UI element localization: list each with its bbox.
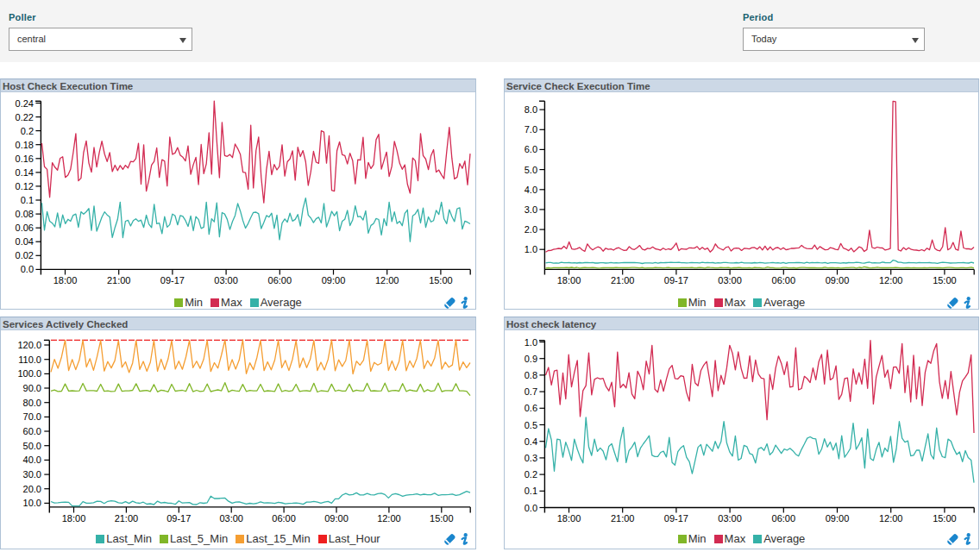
svg-text:0.4: 0.4	[525, 436, 537, 447]
svg-text:0.3: 0.3	[525, 453, 537, 463]
svg-text:21:00: 21:00	[611, 513, 635, 524]
svg-text:0.08: 0.08	[16, 209, 34, 219]
svg-text:0.06: 0.06	[16, 223, 34, 233]
svg-text:09-17: 09-17	[166, 513, 191, 524]
svg-text:0.18: 0.18	[16, 140, 34, 150]
svg-text:06:00: 06:00	[772, 275, 796, 285]
svg-text:0.14: 0.14	[16, 167, 34, 178]
svg-text:40.0: 40.0	[23, 455, 41, 465]
svg-text:09:00: 09:00	[322, 275, 346, 285]
svg-text:09:00: 09:00	[826, 513, 850, 524]
svg-text:0.6: 0.6	[525, 403, 537, 413]
svg-text:18:00: 18:00	[557, 513, 581, 524]
svg-text:21:00: 21:00	[107, 275, 131, 285]
svg-text:1.0: 1.0	[525, 244, 537, 254]
svg-text:0.2: 0.2	[525, 469, 537, 480]
svg-text:10.0: 10.0	[23, 498, 41, 508]
svg-text:7.0: 7.0	[525, 124, 537, 135]
svg-text:3.0: 3.0	[525, 204, 537, 215]
svg-text:0.16: 0.16	[16, 154, 34, 164]
svg-text:0.0: 0.0	[525, 503, 537, 513]
svg-text:09-17: 09-17	[160, 275, 185, 285]
svg-text:70.0: 70.0	[23, 411, 41, 422]
svg-text:09:00: 09:00	[826, 275, 850, 285]
svg-text:09-17: 09-17	[664, 513, 688, 524]
svg-text:12:00: 12:00	[377, 513, 401, 524]
svg-text:0.1: 0.1	[21, 195, 34, 205]
svg-text:18:00: 18:00	[62, 513, 86, 524]
svg-text:0.7: 0.7	[525, 386, 537, 397]
svg-text:100.0: 100.0	[17, 368, 41, 379]
svg-text:09:00: 09:00	[324, 513, 349, 524]
svg-text:06:00: 06:00	[772, 513, 796, 524]
svg-text:03:00: 03:00	[718, 513, 742, 524]
svg-text:1.0: 1.0	[525, 337, 537, 348]
svg-text:110.0: 110.0	[18, 354, 41, 365]
svg-text:18:00: 18:00	[557, 275, 581, 285]
svg-text:15:00: 15:00	[430, 513, 454, 524]
svg-text:50.0: 50.0	[23, 441, 41, 451]
svg-text:0.02: 0.02	[16, 250, 34, 260]
svg-text:120.0: 120.0	[17, 340, 41, 350]
svg-text:18:00: 18:00	[53, 275, 78, 285]
svg-text:06:00: 06:00	[268, 275, 292, 285]
svg-text:90.0: 90.0	[23, 383, 41, 393]
svg-text:6.0: 6.0	[525, 144, 537, 154]
svg-text:0.22: 0.22	[16, 112, 34, 122]
svg-text:21:00: 21:00	[115, 513, 139, 524]
svg-text:03:00: 03:00	[214, 275, 238, 285]
svg-text:03:00: 03:00	[718, 275, 742, 285]
svg-text:4.0: 4.0	[525, 185, 537, 195]
svg-text:06:00: 06:00	[272, 513, 296, 524]
svg-text:15:00: 15:00	[429, 275, 453, 285]
svg-text:20.0: 20.0	[23, 484, 41, 494]
svg-text:0.8: 0.8	[525, 370, 537, 380]
svg-text:03:00: 03:00	[219, 513, 243, 524]
svg-text:5.0: 5.0	[525, 165, 537, 175]
svg-text:0.24: 0.24	[16, 98, 34, 109]
svg-text:0.0: 0.0	[21, 264, 34, 274]
svg-text:12:00: 12:00	[375, 275, 399, 285]
svg-text:80.0: 80.0	[23, 398, 41, 408]
svg-text:12:00: 12:00	[879, 513, 903, 524]
svg-text:21:00: 21:00	[611, 275, 635, 285]
svg-text:15:00: 15:00	[933, 275, 957, 285]
svg-text:8.0: 8.0	[525, 104, 537, 115]
svg-text:0.04: 0.04	[16, 236, 34, 247]
svg-text:30.0: 30.0	[23, 469, 41, 480]
svg-text:2.0: 2.0	[525, 224, 537, 235]
svg-text:0.9: 0.9	[525, 354, 537, 364]
svg-text:12:00: 12:00	[879, 275, 903, 285]
svg-text:09-17: 09-17	[664, 275, 688, 285]
svg-text:0.2: 0.2	[21, 126, 34, 136]
svg-text:15:00: 15:00	[933, 513, 957, 524]
svg-text:0.1: 0.1	[525, 486, 537, 496]
svg-text:60.0: 60.0	[23, 426, 41, 436]
svg-text:0.5: 0.5	[525, 420, 537, 430]
svg-text:0.12: 0.12	[16, 181, 34, 191]
